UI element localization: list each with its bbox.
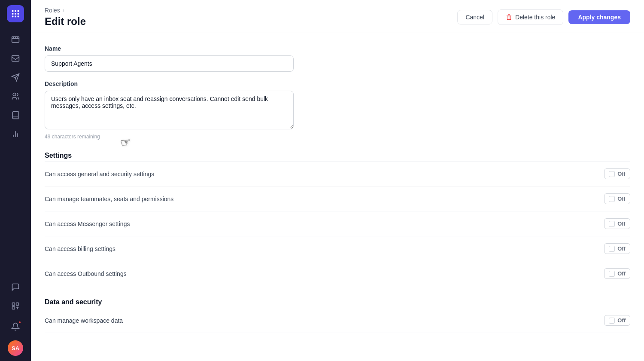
toggle-label: Off	[617, 220, 626, 227]
setting-label-0: Can access general and security settings	[45, 171, 154, 177]
cancel-button[interactable]: Cancel	[457, 10, 492, 24]
setting-label-1: Can manage teammates, seats and permissi…	[45, 196, 173, 202]
toggle-checkbox	[609, 221, 615, 227]
svg-rect-10	[12, 55, 19, 61]
svg-rect-17	[12, 303, 15, 306]
svg-rect-8	[18, 16, 19, 18]
contacts-nav-icon[interactable]	[7, 88, 24, 105]
description-label: Description	[45, 80, 630, 87]
page-title: Edit role	[45, 15, 86, 28]
breadcrumb: Roles ›	[45, 7, 86, 14]
toggle-checkbox	[609, 271, 615, 277]
toggle-checkbox	[609, 318, 615, 324]
breadcrumb-chevron: ›	[63, 7, 64, 13]
svg-rect-19	[12, 307, 15, 309]
setting-label-3: Can access billing settings	[45, 245, 115, 252]
setting-label-workspace: Can manage workspace data	[45, 317, 123, 324]
svg-rect-7	[15, 16, 16, 18]
outbound-nav-icon[interactable]	[7, 69, 24, 86]
setting-label-4: Can access Outbound settings	[45, 270, 127, 277]
avatar[interactable]: SA	[8, 340, 23, 356]
main-content: Roles › Edit role Cancel 🗑 Delete this r…	[31, 0, 644, 361]
toggle-checkbox	[609, 196, 615, 202]
description-field-group: Description Users only have an inbox sea…	[45, 80, 630, 140]
svg-rect-2	[18, 10, 19, 12]
toggle-messenger[interactable]: Off	[604, 218, 630, 229]
toggle-checkbox	[609, 246, 615, 252]
data-security-section-title: Data and security	[45, 298, 630, 306]
apply-changes-button[interactable]: Apply changes	[568, 10, 630, 24]
toggle-label: Off	[617, 317, 626, 324]
toggle-checkbox	[609, 171, 615, 177]
toggle-workspace-data[interactable]: Off	[604, 315, 630, 326]
toggle-label: Off	[617, 270, 626, 277]
svg-rect-6	[12, 16, 14, 18]
app-logo[interactable]	[7, 5, 24, 22]
data-security-rows: Can manage workspace data Off	[45, 308, 630, 333]
inbox-nav-icon[interactable]	[7, 31, 24, 48]
toggle-outbound[interactable]: Off	[604, 268, 630, 279]
toggle-general-security[interactable]: Off	[604, 168, 630, 179]
svg-point-13	[13, 93, 16, 96]
apps-nav-icon[interactable]	[7, 297, 24, 315]
svg-rect-3	[12, 13, 14, 15]
trash-icon: 🗑	[506, 13, 513, 21]
table-row: Can access Messenger settings Off	[45, 211, 630, 236]
notifications-icon[interactable]	[7, 318, 24, 335]
toggle-label: Off	[617, 171, 626, 177]
chat-nav-icon[interactable]	[7, 278, 24, 296]
char-remaining-text: 49 characters remaining	[45, 134, 630, 140]
reports-nav-icon[interactable]	[7, 125, 24, 143]
breadcrumb-roles-link[interactable]: Roles	[45, 7, 60, 14]
knowledge-nav-icon[interactable]	[7, 107, 24, 124]
header-actions: Cancel 🗑 Delete this role Apply changes	[457, 9, 630, 25]
toggle-label: Off	[617, 196, 626, 202]
sidebar: SA	[0, 0, 31, 361]
svg-rect-0	[12, 10, 14, 12]
header-left: Roles › Edit role	[45, 7, 86, 28]
name-label: Name	[45, 45, 630, 52]
content-area: Name Description Users only have an inbo…	[31, 33, 644, 361]
page-header: Roles › Edit role Cancel 🗑 Delete this r…	[31, 0, 644, 33]
email-nav-icon[interactable]	[7, 50, 24, 67]
table-row: Can manage workspace data Off	[45, 308, 630, 333]
setting-label-2: Can access Messenger settings	[45, 220, 130, 227]
name-input[interactable]	[45, 55, 294, 72]
name-field-group: Name	[45, 45, 630, 72]
toggle-manage-teammates[interactable]: Off	[604, 193, 630, 204]
svg-rect-5	[18, 13, 19, 15]
settings-section-title: Settings	[45, 152, 630, 159]
toggle-billing[interactable]: Off	[604, 243, 630, 254]
description-textarea[interactable]: Users only have an inbox seat and reassi…	[45, 91, 294, 129]
table-row: Can access billing settings Off	[45, 236, 630, 261]
settings-rows: Can access general and security settings…	[45, 161, 630, 286]
svg-rect-1	[15, 10, 16, 12]
delete-role-button[interactable]: 🗑 Delete this role	[498, 9, 563, 25]
table-row: Can access Outbound settings Off	[45, 261, 630, 286]
svg-rect-4	[15, 13, 16, 15]
table-row: Can access general and security settings…	[45, 161, 630, 187]
table-row: Can manage teammates, seats and permissi…	[45, 187, 630, 211]
toggle-label: Off	[617, 245, 626, 252]
svg-rect-18	[16, 303, 19, 306]
